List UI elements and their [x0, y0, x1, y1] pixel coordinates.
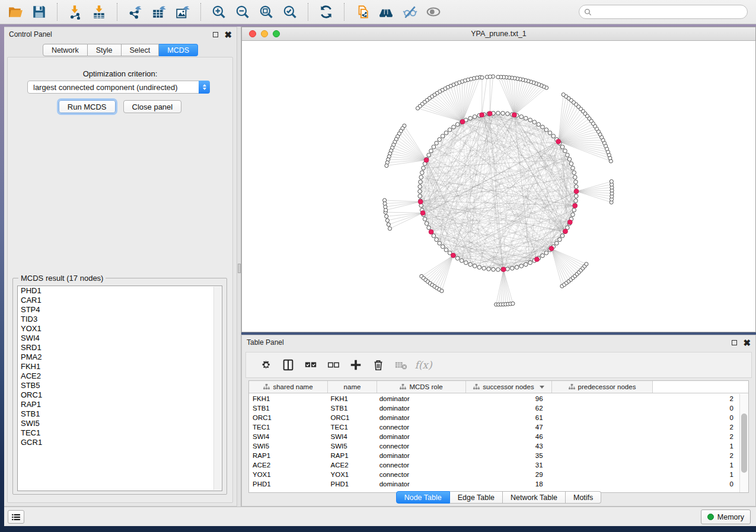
- network-node[interactable]: [496, 75, 500, 79]
- mcds-result-list[interactable]: PHD1CAR1STP4TID3YOX1SWI4SRD1PMA2FKH1ACE2…: [17, 286, 222, 491]
- network-node[interactable]: [506, 267, 510, 271]
- open-folder-icon[interactable]: [4, 2, 27, 22]
- column-header-name[interactable]: name: [328, 381, 377, 393]
- network-node[interactable]: [496, 111, 500, 116]
- network-graph[interactable]: [242, 41, 755, 332]
- network-node[interactable]: [435, 141, 439, 145]
- eye-icon[interactable]: [422, 2, 445, 22]
- network-node[interactable]: [435, 238, 439, 242]
- network-node[interactable]: [473, 115, 477, 119]
- table-row[interactable]: FKH1FKH1dominator962: [249, 394, 739, 403]
- network-node[interactable]: [388, 227, 391, 230]
- mcds-list-scrollbar[interactable]: [213, 287, 221, 490]
- network-node[interactable]: [418, 190, 422, 194]
- mcds-result-item[interactable]: TID3: [18, 315, 222, 324]
- dominator-node[interactable]: [549, 246, 554, 251]
- tab-network[interactable]: Network: [43, 44, 88, 56]
- network-node[interactable]: [573, 175, 578, 180]
- network-node[interactable]: [566, 153, 570, 157]
- network-node[interactable]: [452, 125, 456, 129]
- network-node[interactable]: [492, 268, 496, 272]
- tab-edge-table[interactable]: Edge Table: [450, 491, 503, 504]
- network-node[interactable]: [560, 145, 564, 149]
- dominator-node[interactable]: [418, 200, 423, 204]
- network-node[interactable]: [501, 111, 505, 116]
- export-table-icon[interactable]: [147, 2, 171, 22]
- dominator-node[interactable]: [451, 253, 455, 258]
- network-node[interactable]: [482, 267, 486, 271]
- network-node[interactable]: [572, 208, 576, 212]
- dominator-node[interactable]: [420, 210, 425, 215]
- dominator-node[interactable]: [574, 189, 579, 194]
- network-node[interactable]: [419, 175, 423, 180]
- dominator-node[interactable]: [460, 119, 465, 124]
- dominator-node[interactable]: [563, 229, 568, 233]
- dominator-node[interactable]: [567, 220, 572, 225]
- network-node[interactable]: [519, 115, 524, 119]
- search-input[interactable]: [579, 5, 748, 19]
- network-node[interactable]: [427, 153, 431, 157]
- close-panel-icon[interactable]: ✖: [224, 32, 232, 37]
- network-node[interactable]: [385, 219, 389, 222]
- network-node[interactable]: [487, 267, 491, 271]
- dominator-node[interactable]: [501, 267, 506, 272]
- dominator-node[interactable]: [512, 113, 516, 117]
- mcds-result-item[interactable]: STB5: [18, 381, 222, 390]
- mcds-result-item[interactable]: ORC1: [18, 390, 222, 400]
- network-node[interactable]: [429, 149, 433, 153]
- add-icon[interactable]: [344, 355, 367, 375]
- network-node[interactable]: [544, 251, 548, 255]
- network-node[interactable]: [574, 180, 578, 184]
- network-node[interactable]: [432, 145, 436, 149]
- network-node[interactable]: [560, 234, 564, 238]
- mcds-result-item[interactable]: CAR1: [18, 296, 222, 305]
- dominator-node[interactable]: [429, 229, 433, 234]
- scrollbar-thumb[interactable]: [741, 414, 747, 473]
- mcds-result-item[interactable]: STP4: [18, 305, 222, 315]
- network-node[interactable]: [432, 234, 436, 238]
- delete-icon[interactable]: [367, 355, 390, 375]
- import-network-icon[interactable]: [63, 2, 87, 22]
- mcds-result-item[interactable]: RAP1: [18, 400, 222, 409]
- network-node[interactable]: [567, 158, 572, 162]
- network-node[interactable]: [532, 120, 537, 124]
- network-node[interactable]: [537, 123, 541, 127]
- zoom-out-icon[interactable]: [231, 2, 254, 22]
- import-table-icon[interactable]: [87, 2, 111, 22]
- network-node[interactable]: [572, 171, 576, 175]
- dominator-node[interactable]: [534, 257, 539, 262]
- network-node[interactable]: [519, 264, 524, 268]
- refresh-icon[interactable]: [314, 2, 338, 22]
- tab-network-table[interactable]: Network Table: [503, 491, 566, 504]
- network-node[interactable]: [574, 199, 578, 203]
- network-node[interactable]: [444, 131, 448, 135]
- dominator-node[interactable]: [480, 113, 484, 117]
- network-node[interactable]: [468, 262, 473, 267]
- table-row[interactable]: YOX1YOX1connector291: [249, 470, 739, 479]
- select-all-icon[interactable]: [299, 355, 322, 375]
- network-node[interactable]: [422, 166, 426, 170]
- zoom-in-icon[interactable]: [207, 2, 231, 22]
- network-node[interactable]: [488, 75, 492, 78]
- network-canvas[interactable]: [242, 41, 755, 332]
- network-node[interactable]: [506, 112, 510, 116]
- table-row[interactable]: PHD1PHD1dominator180: [249, 479, 739, 489]
- float-window-icon[interactable]: [213, 32, 218, 37]
- mcds-result-item[interactable]: STB1: [18, 409, 222, 419]
- network-node[interactable]: [555, 241, 559, 245]
- network-node[interactable]: [448, 128, 452, 132]
- export-image-icon[interactable]: [171, 2, 194, 22]
- network-node[interactable]: [438, 137, 442, 142]
- tab-select[interactable]: Select: [122, 44, 160, 56]
- mcds-result-item[interactable]: PMA2: [18, 352, 222, 362]
- dominator-node[interactable]: [573, 203, 578, 208]
- column-header-predecessor-nodes[interactable]: predecessor nodes: [552, 381, 653, 393]
- task-history-button[interactable]: [8, 510, 24, 524]
- vertical-splitter[interactable]: [237, 27, 241, 507]
- network-node[interactable]: [575, 185, 579, 189]
- network-node[interactable]: [610, 180, 613, 183]
- network-node[interactable]: [569, 162, 573, 166]
- network-node[interactable]: [563, 149, 567, 153]
- network-node[interactable]: [468, 116, 473, 120]
- network-node[interactable]: [477, 265, 481, 270]
